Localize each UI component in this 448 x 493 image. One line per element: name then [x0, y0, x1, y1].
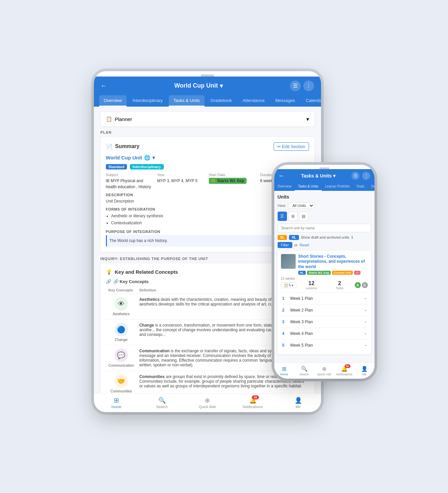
phone-tab-orals[interactable]: Orals [353, 182, 368, 191]
phone-tab-overview[interactable]: Overview [274, 182, 295, 191]
phone-tab-tasks-units[interactable]: Tasks & Units [295, 182, 322, 191]
filter-badges-row: SL HL Show draft and archived units ℹ [278, 235, 371, 240]
concepts-title: 💡 Key and Related Concepts [106, 269, 178, 275]
phone-header-icons: ☰ ⋮ [351, 172, 370, 180]
communities-icon: 🤝 [115, 374, 128, 388]
nav-notifications[interactable]: 26 🔔 Notifications [230, 393, 276, 412]
communication-term: Communication [139, 349, 170, 353]
reset-link[interactable]: Reset [300, 243, 309, 247]
tablet-title-area: World Cup Unit ▾ [174, 82, 223, 90]
week-2-toggle[interactable]: - [364, 307, 366, 313]
unit-card-title[interactable]: Short Stories - Concepts, interpretation… [298, 254, 368, 270]
week-2-label: Week 2 Plan [288, 308, 365, 313]
filter-row: Filter or Reset [278, 242, 371, 248]
tab-gradebook[interactable]: Gradebook [206, 95, 237, 107]
phone-menu-button[interactable]: ☰ [351, 172, 359, 180]
phone-title-arrow[interactable]: ▾ [333, 173, 335, 178]
phone-nav-notifications[interactable]: 50 🔔 Notifications [334, 363, 354, 379]
tab-calendar[interactable]: Calendar [301, 95, 321, 107]
stat-icon: 📋 [284, 283, 288, 287]
unit-thumbnail [281, 254, 296, 269]
concept-change-cell: 🔵 Change [106, 320, 137, 345]
phone-units-title: Units [278, 194, 371, 200]
phone-nav-quick-add[interactable]: ⊕ Quick Add [314, 363, 334, 379]
phone-tab-learner-portfolio[interactable]: Learner Portfolio [322, 182, 353, 191]
phone-bottom-nav: ⊞ Home 🔍 Search ⊕ Quick Add 50 🔔 Notific… [274, 363, 375, 379]
phone-tab-bar: Overview Tasks & Units Learner Portfolio… [274, 182, 375, 191]
week-5-label: Week 5 Plan [288, 343, 365, 348]
communication-name: Communication [109, 363, 134, 367]
interdisciplinary-badge: Interdisciplinary [130, 164, 164, 169]
unit-weeks: 12 weeks [281, 277, 368, 280]
planner-chevron[interactable]: ▾ [306, 116, 309, 122]
stat-chevron: ▾ [292, 283, 293, 287]
phone-title-area: Tasks & Units ▾ [301, 173, 335, 178]
phone-tab-gradebook[interactable]: Gradebo [368, 182, 375, 191]
phone-more-button[interactable]: ⋮ [362, 172, 370, 180]
week-2-item: 2 Week 2 Plan - [281, 304, 368, 316]
meta-year: Year MYP 3, MYP 4, MYP 5 [157, 173, 206, 190]
week-3-num: 3 [282, 320, 288, 324]
concept-communication-cell: 💬 Communication [106, 345, 137, 371]
nav-home[interactable]: ⊞ Home [94, 393, 139, 412]
list-view-button[interactable]: ☰ [278, 212, 287, 221]
edit-section-button[interactable]: ✏ Edit Section [274, 142, 309, 151]
grid-view-button[interactable]: ⊞ [288, 212, 298, 221]
unit-stats-row: 📋 6 ▾ 12 Lessons 2 Tasks A D [281, 280, 368, 290]
show-draft-label: Show draft and archived units [301, 235, 349, 239]
tab-attendance[interactable]: Attendance [238, 95, 269, 107]
phone-nav-search[interactable]: 🔍 Search [294, 363, 314, 379]
tab-tasks-units[interactable]: Tasks & Units [169, 95, 204, 107]
quick-add-label: Quick Add [199, 405, 215, 409]
phone-quick-add-label: Quick Add [317, 373, 331, 376]
phone-view-icons: ☰ ⊞ ▤ [278, 212, 371, 221]
phone-nav-home[interactable]: ⊞ Home [274, 363, 294, 379]
a-badge: A [355, 282, 361, 288]
phone-notification-badge: 50 [345, 364, 350, 368]
home-label: Home [112, 405, 121, 409]
tablet-bottom-nav: ⊞ Home 🔍 Search ⊕ Quick Add 26 🔔 Notific… [94, 393, 321, 412]
change-name: Change [109, 338, 134, 342]
week-4-toggle[interactable]: - [364, 331, 366, 337]
filter-button[interactable]: Filter [278, 242, 292, 248]
phone-nav-me[interactable]: 👤 Me [354, 363, 375, 379]
year-label: Year [157, 173, 206, 177]
more-button[interactable]: ⋮ [303, 81, 314, 91]
stat-count: 6 [289, 283, 291, 287]
unit-card: Short Stories - Concepts, interpretation… [278, 251, 371, 355]
unit-search-input[interactable] [278, 224, 371, 232]
phone-home-icon: ⊞ [282, 366, 286, 372]
week-5-num: 5 [282, 343, 288, 348]
info-icon: ℹ [351, 235, 353, 240]
d-badge: D [362, 282, 368, 288]
phone-search-icon: 🔍 [301, 366, 308, 372]
menu-button[interactable]: ☰ [290, 81, 301, 91]
tasks-label: Tasks [326, 286, 352, 290]
search-icon: 🔍 [158, 397, 166, 404]
me-icon: 👤 [295, 397, 302, 404]
tab-messages[interactable]: Messages [271, 95, 300, 107]
nav-me[interactable]: 👤 Me [276, 393, 321, 412]
title-dropdown-icon[interactable]: ▾ [220, 82, 223, 90]
unit-info: Short Stories - Concepts, interpretation… [298, 254, 368, 275]
communities-term: Communities [139, 374, 165, 379]
week-1-label: Week 1 Plan [288, 296, 365, 301]
phone-me-icon: 👤 [361, 366, 368, 372]
week-5-toggle[interactable]: - [364, 342, 366, 348]
planner-left: 📋 Planner [106, 116, 132, 122]
summary-header: 📄 Summary ✏ Edit Section [106, 142, 309, 151]
year-value: MYP 3, MYP 4, MYP 5 [157, 178, 198, 183]
week-4-num: 4 [282, 331, 288, 336]
tab-interdisciplinary[interactable]: Interdisciplinary [128, 95, 167, 107]
phone-back-button[interactable]: ← [278, 172, 285, 179]
week-3-toggle[interactable]: - [364, 319, 366, 325]
nav-quick-add[interactable]: ⊕ Quick Add [185, 393, 230, 412]
week-2-num: 2 [282, 308, 288, 313]
back-button[interactable]: ← [101, 82, 107, 90]
tab-overview[interactable]: Overview [99, 95, 127, 107]
view-select[interactable]: All Units [288, 202, 314, 209]
nav-search[interactable]: 🔍 Search [139, 393, 185, 412]
unit-dropdown-icon[interactable]: ▾ [152, 155, 155, 161]
compact-view-button[interactable]: ▤ [299, 212, 308, 221]
week-1-toggle[interactable]: - [364, 295, 366, 301]
